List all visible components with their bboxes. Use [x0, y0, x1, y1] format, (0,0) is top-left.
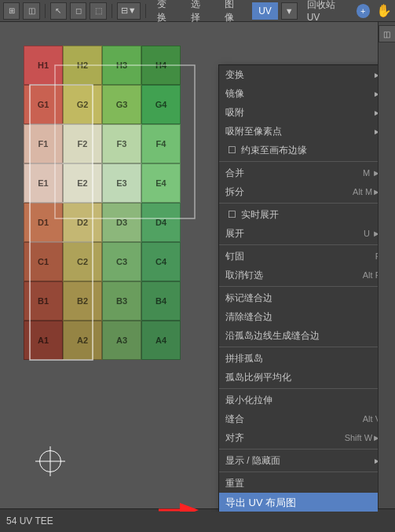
separator-menu-2 — [219, 203, 378, 204]
separator-menu-7 — [219, 449, 378, 449]
cell-E3: E3 — [102, 163, 141, 203]
cell-A3: A3 — [102, 321, 141, 360]
uv-menu-panel: 变换 ► 镜像 ► 吸附 ► 吸附至像素点 ► ☐ 约束至画布边缘 — [218, 64, 378, 512]
main-area: H1 H2 H3 H4 G1 G2 G3 G4 F1 F2 F3 F4 E1 E… — [0, 22, 395, 512]
menu-item-minimize-stretch[interactable]: 最小化拉伸 — [219, 391, 378, 409]
top-toolbar: ⊞ ◫ ↖ ◻ ⬚ ⊟▼ 变换 选择 图像 UV ▼ 回收站UV + ✋ — [0, 0, 395, 22]
cell-E4: E4 — [141, 163, 181, 203]
menu-item-split[interactable]: 拆分 Alt M► — [219, 182, 378, 201]
cell-B2: B2 — [63, 281, 102, 321]
menu-item-pin[interactable]: 钉固 P — [219, 247, 378, 266]
menu-item-show-hide[interactable]: 显示 / 隐藏面 ► — [219, 451, 378, 470]
separator-3 — [145, 4, 146, 18]
cell-D2: D2 — [63, 203, 102, 242]
cell-F2: F2 — [63, 124, 102, 163]
icon-tool2[interactable]: ◻ — [70, 2, 86, 20]
menu-item-realtime-unwrap[interactable]: ☐ 实时展开 — [219, 205, 378, 224]
menu-item-pack[interactable]: 拼排孤岛 — [219, 349, 378, 368]
menu-item-clear-seam[interactable]: 清除缝合边 — [219, 307, 378, 326]
menu-image[interactable]: 图像 — [218, 2, 249, 20]
menu-item-gen-seam[interactable]: 沿孤岛边线生成缝合边 — [219, 326, 378, 345]
cell-D4: D4 — [141, 203, 181, 242]
uv-grid: H1 H2 H3 H4 G1 G2 G3 G4 F1 F2 F3 F4 E1 E… — [24, 46, 196, 360]
menu-item-transform[interactable]: 变换 ► — [219, 65, 378, 84]
menu-item-unpin[interactable]: 取消钉选 Alt P — [219, 266, 378, 284]
separator-menu-4 — [219, 286, 378, 287]
menu-item-snap[interactable]: 吸附 ► — [219, 103, 378, 122]
menu-item-snap-pixel[interactable]: 吸附至像素点 ► — [219, 122, 378, 141]
icon-select[interactable]: ↖ — [50, 2, 67, 20]
menu-item-merge[interactable]: 合并 M ► — [219, 163, 378, 182]
cell-H4: H4 — [141, 46, 181, 85]
cell-G4: G4 — [141, 85, 181, 124]
add-button[interactable]: + — [357, 4, 370, 18]
cell-C2: C2 — [63, 242, 102, 281]
cell-B1: B1 — [24, 281, 63, 321]
icon-uv[interactable]: ◫ — [23, 2, 39, 20]
cell-D1: D1 — [24, 203, 63, 242]
cell-F1: F1 — [24, 124, 63, 163]
menu-item-average[interactable]: 孤岛比例平均化 — [219, 368, 378, 387]
cell-F3: F3 — [102, 124, 141, 163]
menu-item-mark-seam[interactable]: 标记缝合边 — [219, 288, 378, 307]
menu-item-reset[interactable]: 重置 — [219, 474, 378, 493]
cell-H3: H3 — [102, 46, 141, 85]
menu-item-stitch[interactable]: 缝合 Alt V — [219, 409, 378, 428]
cell-E2: E2 — [63, 163, 102, 203]
cell-F4: F4 — [141, 124, 181, 163]
cell-A1: A1 — [24, 321, 63, 360]
cell-E1: E1 — [24, 163, 63, 203]
right-tool-1[interactable]: ◫ — [379, 25, 396, 42]
menu-item-constrain[interactable]: ☐ 约束至画布边缘 — [219, 141, 378, 160]
uv-origin-indicator — [39, 450, 61, 472]
cell-C3: C3 — [102, 242, 141, 281]
cell-D3: D3 — [102, 203, 141, 242]
separator-menu-1 — [219, 161, 378, 162]
separator-menu-8 — [219, 471, 378, 472]
cell-G1: G1 — [24, 85, 63, 124]
menu-transform[interactable]: 变换 — [151, 2, 181, 20]
cell-C1: C1 — [24, 242, 63, 281]
icon-tool3[interactable]: ⬚ — [90, 2, 106, 20]
separator-menu-6 — [219, 388, 378, 389]
menu-item-mirror[interactable]: 镜像 ► — [219, 84, 378, 103]
cell-A2: A2 — [63, 321, 102, 360]
menu-recycle[interactable]: 回收站UV — [301, 2, 353, 20]
menu-item-unwrap[interactable]: 展开 U ► — [219, 224, 378, 243]
menu-select[interactable]: 选择 — [185, 2, 215, 20]
cell-A4: A4 — [141, 321, 181, 360]
bottom-status-bar: 54 UV TEE — [0, 508, 395, 532]
cell-B4: B4 — [141, 281, 181, 321]
separator-menu-5 — [219, 347, 378, 347]
dropdown-2[interactable]: ▼ — [281, 2, 298, 20]
icon-grid[interactable]: ⊞ — [3, 2, 20, 20]
cell-C4: C4 — [141, 242, 181, 281]
hand-tool[interactable]: ✋ — [376, 3, 392, 18]
separator-1 — [45, 4, 46, 18]
menu-item-align[interactable]: 对齐 Shift W► — [219, 428, 378, 447]
cell-G2: G2 — [63, 85, 102, 124]
separator-menu-3 — [219, 244, 378, 245]
menu-uv[interactable]: UV — [252, 2, 278, 20]
uv-canvas[interactable]: H1 H2 H3 H4 G1 G2 G3 G4 F1 F2 F3 F4 E1 E… — [0, 22, 378, 512]
separator-2 — [112, 4, 112, 18]
status-text: 54 UV TEE — [6, 515, 53, 526]
menu-item-export[interactable]: 54 UV TEE 导出 UV 布局图 — [219, 493, 378, 512]
cell-G3: G3 — [102, 85, 141, 124]
cell-H1: H1 — [24, 46, 63, 85]
dropdown-view[interactable]: ⊟▼ — [117, 2, 141, 20]
cell-H2: H2 — [63, 46, 102, 85]
right-toolbar: ◫ — [378, 22, 395, 512]
cell-B3: B3 — [102, 281, 141, 321]
